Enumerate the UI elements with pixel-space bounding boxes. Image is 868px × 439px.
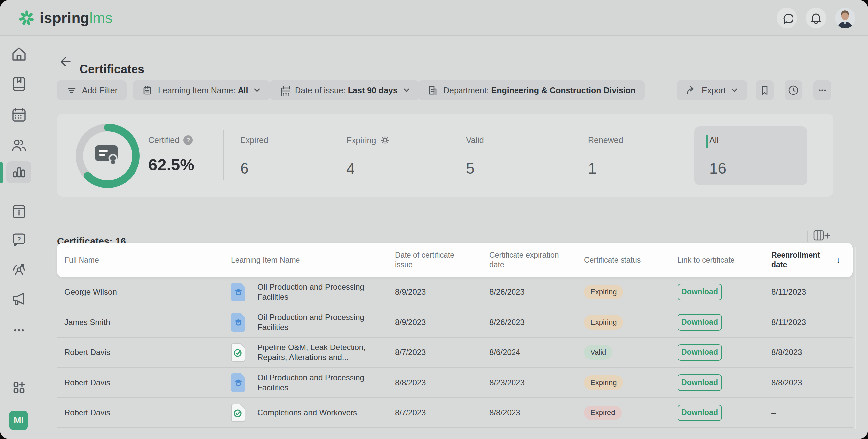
svg-text:?: ? xyxy=(17,236,21,243)
sidebar-item-megaphone[interactable] xyxy=(9,289,29,309)
download-certificate-button[interactable]: Download xyxy=(678,405,722,421)
column-header-1[interactable]: Full Name xyxy=(64,255,231,265)
megaphone-icon xyxy=(10,290,28,308)
column-header-3[interactable]: Date of certificate issue xyxy=(395,250,484,269)
status-badge: Valid xyxy=(584,345,612,360)
download-certificate-button[interactable]: Download xyxy=(678,314,722,330)
table-row[interactable]: George Wilson Oil Production and Process… xyxy=(57,277,853,308)
certificates-table: George Wilson Oil Production and Process… xyxy=(57,277,853,428)
chat-button[interactable] xyxy=(777,8,797,28)
issue-date: 8/7/2023 xyxy=(395,408,489,417)
sidebar-item-kiosk[interactable] xyxy=(9,202,29,221)
issue-date: 8/9/2023 xyxy=(395,318,489,327)
issue-date: 8/7/2023 xyxy=(395,348,489,357)
stat-expiring[interactable]: Expiring 4 xyxy=(346,114,466,197)
stat-value: 5 xyxy=(466,159,588,177)
quiz-icon xyxy=(231,343,246,362)
quiz-icon xyxy=(231,404,246,422)
learning-item: Oil Production and Processing Facilities xyxy=(231,373,395,392)
help-icon[interactable]: ? xyxy=(183,135,193,145)
sidebar-item-home[interactable] xyxy=(9,45,29,64)
expiration-date: 8/26/2023 xyxy=(489,318,584,327)
logo-burst-icon xyxy=(18,9,35,27)
learning-item-title: Oil Production and Processing Facilities xyxy=(257,312,373,332)
building-icon xyxy=(427,85,438,96)
back-button[interactable] xyxy=(58,55,72,69)
filter-icon xyxy=(66,85,77,96)
top-bar: ispringlms xyxy=(0,0,868,36)
bar-chart-icon xyxy=(10,164,28,181)
table-header-row: Full NameLearning Item NameDate of certi… xyxy=(57,243,853,277)
sidebar-item-more[interactable] xyxy=(9,321,29,340)
notifications-button[interactable] xyxy=(806,8,826,28)
learning-item-title: Oil Production and Processing Facilities xyxy=(257,282,373,302)
stat-value: 1 xyxy=(588,159,694,177)
learning-item-title: Pipeline O&M, Leak Detection, Repairs, A… xyxy=(257,343,373,362)
filter-chip-1[interactable]: Learning Item Name: All xyxy=(133,80,270,100)
reenrollment-date: 8/8/2023 xyxy=(771,348,854,357)
download-certificate-button[interactable]: Download xyxy=(678,344,722,361)
column-header-7[interactable]: Reenrollment date↓ xyxy=(771,250,854,269)
grid-plus-icon xyxy=(10,379,28,397)
certificates-summary-card: Certified ? 62.5% Expired 6Expiring 4Val… xyxy=(57,114,833,197)
sidebar-item-calendar[interactable] xyxy=(9,106,29,125)
column-header-5[interactable]: Certificate status xyxy=(584,255,678,265)
history-button[interactable] xyxy=(784,80,802,100)
reenrollment-date: 8/8/2023 xyxy=(771,378,854,387)
arrow-left-icon xyxy=(59,55,72,68)
download-certificate-button[interactable]: Download xyxy=(678,374,722,391)
stat-renewed[interactable]: Renewed 1 xyxy=(588,114,694,197)
stat-all-selected[interactable]: All 16 xyxy=(694,126,807,185)
course-icon xyxy=(231,373,246,392)
table-row[interactable]: Robert Davis Oil Production and Processi… xyxy=(57,368,853,398)
selected-indicator xyxy=(706,135,708,148)
page-title: Certificates xyxy=(80,62,145,76)
sidebar-item-bar-chart[interactable] xyxy=(6,162,31,183)
workspace-badge[interactable]: MI xyxy=(9,411,28,430)
reenrollment-date: 8/11/2023 xyxy=(771,318,854,327)
column-header-4[interactable]: Certificate expiration date xyxy=(489,250,579,269)
filter-chip-3[interactable]: Department: Engineering & Construction D… xyxy=(418,80,645,100)
export-button[interactable]: Export xyxy=(677,80,747,100)
stat-expired[interactable]: Expired 6 xyxy=(224,114,346,197)
table-row[interactable]: Robert Davis Completions and Workovers 8… xyxy=(57,398,853,428)
stat-valid[interactable]: Valid 5 xyxy=(466,114,588,197)
filter-chip-2[interactable]: Date of issue: Last 90 days xyxy=(270,80,420,100)
table-row[interactable]: Robert Davis Pipeline O&M, Leak Detectio… xyxy=(57,338,853,368)
manage-columns-button[interactable] xyxy=(812,229,832,243)
divider xyxy=(807,231,808,242)
topbar-actions xyxy=(777,0,856,36)
bookmark-button[interactable] xyxy=(756,80,774,100)
avatar-image xyxy=(835,8,856,28)
course-icon xyxy=(231,313,246,331)
sidebar-item-users[interactable] xyxy=(9,136,29,155)
chat-icon xyxy=(781,12,793,24)
column-header-6[interactable]: Link to certificate xyxy=(678,255,771,265)
full-name: Robert Davis xyxy=(64,378,231,387)
full-name: James Smith xyxy=(64,318,231,327)
more-actions-button[interactable] xyxy=(813,80,831,100)
chevron-down-icon xyxy=(403,86,410,94)
column-header-2[interactable]: Learning Item Name xyxy=(231,255,395,265)
download-certificate-button[interactable]: Download xyxy=(678,284,722,300)
stat-value: 4 xyxy=(346,160,466,178)
learning-item: Completions and Workovers xyxy=(231,404,395,422)
learning-item-title: Completions and Workovers xyxy=(257,408,357,418)
chevron-down-icon xyxy=(253,86,261,94)
sidebar-item-help-bubble[interactable]: ? xyxy=(9,230,29,250)
sidebar-item-gauge-person[interactable] xyxy=(9,259,29,279)
table-row[interactable]: James Smith Oil Production and Processin… xyxy=(57,308,853,338)
user-avatar[interactable] xyxy=(835,8,856,28)
sidebar-item-book[interactable] xyxy=(9,74,29,93)
bookmark-icon xyxy=(759,85,770,96)
expiring-settings-button[interactable] xyxy=(380,135,390,145)
status-badge: Expiring xyxy=(584,285,623,299)
add-filter-button[interactable]: Add Filter xyxy=(57,80,127,100)
sidebar-item-grid-plus[interactable] xyxy=(9,378,29,397)
scrollbar-track[interactable] xyxy=(855,247,856,429)
ispring-logo[interactable]: ispringlms xyxy=(18,0,113,36)
certified-value: 62.5% xyxy=(148,155,223,174)
bell-icon xyxy=(810,12,822,24)
full-name: Robert Davis xyxy=(64,408,231,417)
status-badge: Expiring xyxy=(584,375,623,390)
